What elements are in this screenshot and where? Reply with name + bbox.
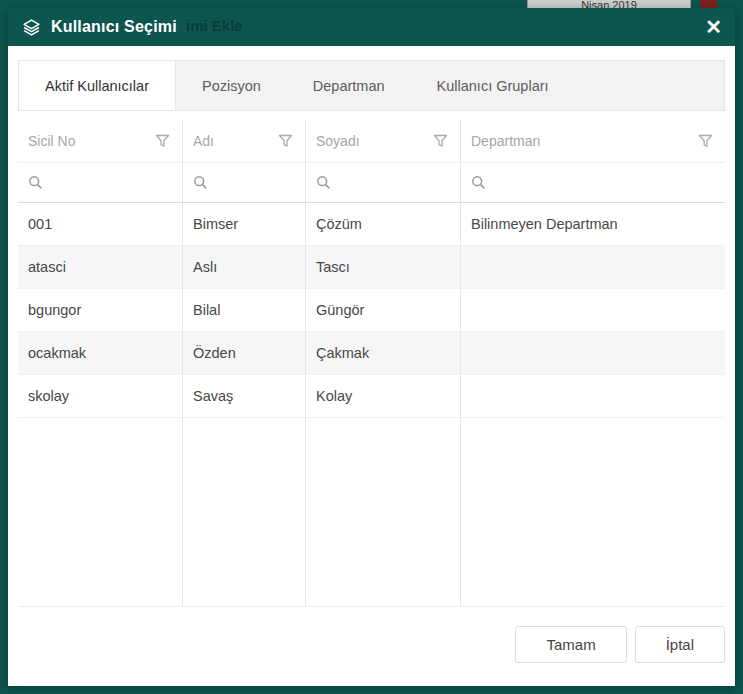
cell-soyadi: Güngör <box>306 289 461 332</box>
dialog-header: Kullanıcı Seçimi imi Ekle ✕ <box>8 8 735 46</box>
tab-pozisyon[interactable]: Pozisyon <box>176 61 287 110</box>
users-table: Sicil No Adı Soyadı <box>18 119 725 607</box>
empty-cell <box>18 418 183 607</box>
column-header-adi: Adı <box>183 119 306 163</box>
cell-adi: Aslı <box>183 246 306 289</box>
dialog-title: Kullanıcı Seçimi <box>51 18 177 36</box>
filter-input-sicil-no[interactable] <box>51 174 172 192</box>
tab-departman[interactable]: Departman <box>287 61 411 110</box>
tab-bar: Aktif Kullanıcılar Pozisyon Departman Ku… <box>18 60 725 111</box>
cell-departman <box>461 289 725 332</box>
iptal-button[interactable]: İptal <box>635 626 725 663</box>
close-icon[interactable]: ✕ <box>705 14 722 40</box>
filter-icon[interactable] <box>155 134 170 148</box>
underlying-title-fragment: imi Ekle <box>186 17 243 34</box>
column-label: Sicil No <box>28 133 75 149</box>
filter-icon[interactable] <box>278 134 293 148</box>
cell-departman <box>461 332 725 375</box>
cell-adi: Bilal <box>183 289 306 332</box>
cell-departman <box>461 246 725 289</box>
column-label: Departman <box>471 133 540 149</box>
screen: Nisan 2019 Kullanıcı Seçimi imi Ekle ✕ A… <box>0 0 743 694</box>
column-header-departman: Departman <box>461 119 725 163</box>
filter-input-adi[interactable] <box>216 174 295 192</box>
table-empty-area <box>18 418 725 607</box>
table-filter-row <box>18 163 725 203</box>
filter-input-departman[interactable] <box>494 174 715 192</box>
table-row[interactable]: skolay Savaş Kolay <box>18 375 725 418</box>
filter-cell <box>183 163 306 203</box>
empty-cell <box>461 418 725 607</box>
tab-kullanici-gruplari[interactable]: Kullanıcı Grupları <box>411 61 575 110</box>
cell-sicil-no: ocakmak <box>18 332 183 375</box>
dialog-footer: Tamam İptal <box>515 626 725 663</box>
tamam-button[interactable]: Tamam <box>515 626 626 663</box>
table-row[interactable]: bgungor Bilal Güngör <box>18 289 725 332</box>
empty-cell <box>306 418 461 607</box>
cell-departman <box>461 375 725 418</box>
cell-adi: Bimser <box>183 203 306 246</box>
filter-cell <box>306 163 461 203</box>
layers-icon <box>22 19 41 36</box>
cell-soyadi: Tascı <box>306 246 461 289</box>
table-row[interactable]: ocakmak Özden Çakmak <box>18 332 725 375</box>
search-icon <box>316 175 331 190</box>
empty-cell <box>183 418 306 607</box>
tab-aktif-kullanicilar[interactable]: Aktif Kullanıcılar <box>19 61 176 110</box>
search-icon <box>471 175 486 190</box>
cell-departman: Bilinmeyen Departman <box>461 203 725 246</box>
filter-cell <box>18 163 183 203</box>
cell-adi: Özden <box>183 332 306 375</box>
table-row[interactable]: atasci Aslı Tascı <box>18 246 725 289</box>
dialog-body: Aktif Kullanıcılar Pozisyon Departman Ku… <box>8 46 735 672</box>
column-header-soyadi: Soyadı <box>306 119 461 163</box>
cell-soyadi: Kolay <box>306 375 461 418</box>
cell-sicil-no: 001 <box>18 203 183 246</box>
filter-cell <box>461 163 725 203</box>
cell-adi: Savaş <box>183 375 306 418</box>
search-icon <box>193 175 208 190</box>
filter-icon[interactable] <box>698 134 713 148</box>
column-label: Adı <box>193 133 214 149</box>
cell-sicil-no: bgungor <box>18 289 183 332</box>
table-header-row: Sicil No Adı Soyadı <box>18 119 725 163</box>
filter-input-departman-search[interactable] <box>339 174 450 192</box>
user-selection-dialog: Kullanıcı Seçimi imi Ekle ✕ Aktif Kullan… <box>8 8 735 686</box>
filter-icon[interactable] <box>433 134 448 148</box>
search-icon <box>28 175 43 190</box>
cell-soyadi: Çözüm <box>306 203 461 246</box>
column-label: Soyadı <box>316 133 360 149</box>
table-row[interactable]: 001 Bimser Çözüm Bilinmeyen Departman <box>18 203 725 246</box>
cell-soyadi: Çakmak <box>306 332 461 375</box>
cell-sicil-no: atasci <box>18 246 183 289</box>
cell-sicil-no: skolay <box>18 375 183 418</box>
column-header-sicil-no: Sicil No <box>18 119 183 163</box>
